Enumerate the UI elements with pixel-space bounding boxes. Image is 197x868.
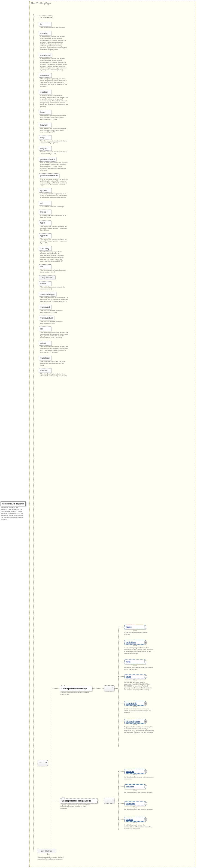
occurs-label: 0..∞ [124, 664, 146, 666]
attribute-item: customIf set to true the corresponding p… [39, 89, 71, 108]
attribute-box: typeuri [39, 233, 52, 238]
attribute-item: xml:langSpecifies the language of this p… [39, 245, 71, 263]
group-label: ConceptDefinitionGroup [62, 687, 87, 690]
child-element-remoteinfo: remoteInfo+ [124, 701, 145, 706]
attribute-item: validfromThe date (and, optionally, the … [39, 355, 71, 367]
attribute-item: literalA concept identifier expressed as… [39, 209, 71, 219]
connector-line [52, 688, 60, 689]
connector-line [118, 627, 124, 627]
connector-line [52, 688, 52, 851]
attribute-box: creator [39, 31, 52, 35]
any-other-element: any ##other [37, 849, 56, 853]
expand-icon[interactable]: + [145, 661, 147, 663]
attribute-desc: One or many constraints that apply to pu… [39, 162, 68, 172]
attribute-box: valueunituri [39, 316, 54, 320]
attribute-desc: If the property value is not defined, sp… [39, 35, 68, 52]
attribute-item: howIndicates by which means the value wa… [39, 109, 71, 121]
child-element-desc: An identifier of a more specific concept… [124, 808, 154, 810]
attribute-item: modifiedThe date (and, optionally, the t… [39, 72, 71, 88]
attribute-item: valueThe related value (see more in the … [39, 280, 71, 291]
type-title: Flex2ExtPropType [30, 1, 196, 5]
attribute-item: pubconstraintOne or many constraints tha… [39, 156, 71, 172]
occurs-label: 0..∞ [124, 774, 146, 776]
child-element-desc: Represents the position of a concept in … [124, 726, 154, 734]
child-element-hierarchyinfo: hierarchyInfo+ [124, 719, 145, 723]
attribute-box: why [39, 135, 52, 140]
occurs-label: 0..∞ [124, 822, 146, 824]
concept-relationships-group: ConceptRelationshipsGroup [60, 798, 98, 803]
expand-icon[interactable]: + [145, 802, 147, 805]
connector-line [33, 14, 34, 851]
expand-icon[interactable]: + [145, 675, 147, 678]
attribute-desc: Why the metadata has been included - exp… [39, 151, 68, 156]
occurs-label: 0..∞ [124, 723, 146, 725]
attribute-box: dir [39, 265, 52, 269]
minus-icon: ▭ [40, 17, 42, 18]
connector-line [118, 786, 124, 787]
attribute-box: value [39, 281, 52, 286]
attribute-desc: Specifies the language of this property … [39, 251, 68, 263]
attribute-item: uriA URI which identifies a concept. [39, 200, 71, 209]
attribute-item: qcodeA concept identifier expressed as a… [39, 187, 71, 199]
connector-line [114, 688, 118, 689]
expand-icon[interactable]: + [145, 720, 147, 722]
connector-line [98, 801, 104, 801]
connector-line [118, 676, 124, 677]
occurs-label: 0..∞ [124, 645, 146, 646]
connector-line [118, 819, 124, 819]
connector-line [118, 662, 124, 662]
occurs-label: 0..∞ [40, 853, 57, 855]
child-element-label: broader [126, 785, 134, 788]
sequence-connector: ⇢ [104, 798, 114, 804]
attribute-box: pubconstraint [39, 157, 56, 162]
attributes-column: ▭ attributes idThe local identifier of t… [39, 14, 71, 378]
group-label: ConceptRelationshipsGroup [62, 800, 91, 802]
sequence-connector: ⇢ [104, 685, 114, 691]
expand-icon[interactable]: + [145, 641, 147, 644]
attribute-item: valueunituriThe unit of the value attrib… [39, 315, 71, 325]
attribute-box: howuri [39, 123, 52, 127]
occurs-label: 0..∞ [124, 806, 146, 808]
attribute-box: whyuri [39, 146, 52, 151]
attribute-desc: The unit of the value attribute - expres… [39, 320, 68, 325]
child-element-label: hierarchyInfo [126, 720, 140, 722]
attribute-box: rel [39, 327, 52, 331]
child-element-sameas: sameAs+ [124, 769, 145, 774]
child-element-label: definition [126, 641, 136, 644]
child-element-desc: An identifier of a more generic concept. [124, 792, 154, 793]
child-element-desc: A link to an item or a web resource whic… [124, 708, 154, 714]
attribute-box: validfrom [39, 355, 52, 360]
attribute-item: reluriThe identifier of a concept defini… [39, 340, 71, 354]
attribute-box: valueunit [39, 305, 52, 309]
attribute-box: qcode [39, 188, 52, 193]
attribute-item: validtoThe date (and, optionally, the ti… [39, 367, 71, 378]
attribute-box: how [39, 110, 52, 115]
attribute-desc: The date (and, optionally, the time) aft… [39, 373, 68, 378]
attribute-box: pubconstrainturi [39, 173, 59, 178]
attribute-item: dirThe directionality of textual content… [39, 264, 71, 274]
attribute-item: whyuriWhy the metadata has been included… [39, 145, 71, 156]
attribute-desc: One or many constraints that apply to pu… [39, 178, 68, 187]
child-element-desc: Additional natural language information … [124, 666, 154, 671]
expand-icon[interactable]: + [145, 785, 147, 788]
attribute-item: creatorIf the property value is not defi… [39, 30, 71, 52]
expand-icon[interactable]: + [145, 626, 147, 628]
child-element-note: note+ [124, 659, 145, 664]
connector-line [52, 801, 60, 801]
expand-icon[interactable]: + [145, 770, 147, 773]
attribute-item: pubconstrainturiOne or many constraints … [39, 173, 71, 187]
any-other-label: any ##other [41, 850, 52, 852]
expand-icon[interactable]: + [145, 702, 147, 705]
attribute-item: creatoruriIf the property value is not d… [39, 52, 71, 72]
attribute-desc: If set to true the corresponding propert… [39, 94, 68, 108]
attribute-desc: The local identifier of the property. [39, 26, 68, 29]
occurs-label: 0..∞ [124, 679, 146, 681]
attribute-box: uri [39, 201, 52, 206]
attribute-item: idThe local identifier of the property. [39, 21, 71, 29]
child-element-broader: broader+ [124, 784, 145, 789]
expand-icon[interactable]: + [145, 818, 147, 820]
child-element-label: remoteInfo [126, 702, 137, 705]
attribute-box: modified [39, 73, 52, 78]
connector-line [92, 688, 104, 689]
attribute-item: typeuriThe type of the concept assigned … [39, 232, 71, 245]
